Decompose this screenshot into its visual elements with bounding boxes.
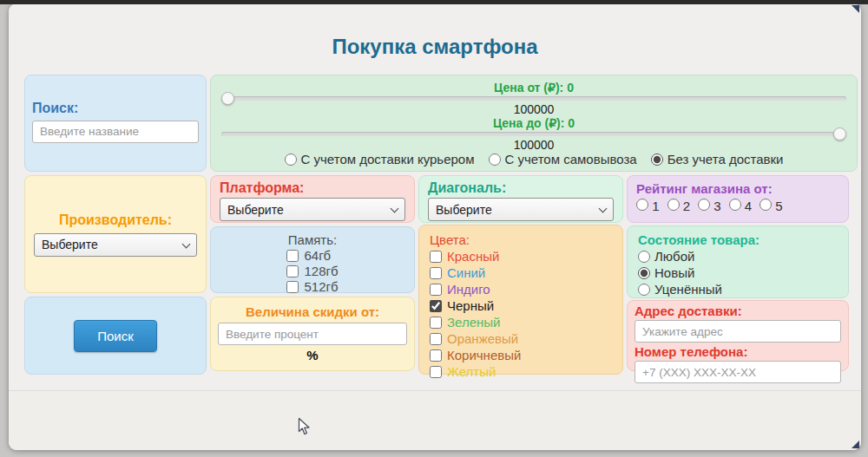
address-input[interactable] <box>635 320 841 343</box>
memory-option-512[interactable]: 512гб <box>286 279 338 294</box>
rating-option-4[interactable]: 4 <box>729 199 753 213</box>
condition-radio-any[interactable] <box>638 251 650 263</box>
discount-input[interactable] <box>218 323 407 345</box>
discount-label: Величина скидки от: <box>218 304 407 319</box>
delivery-options: С учетом доставки курьером С учетом само… <box>221 152 846 166</box>
rating-panel: Рейтинг магазина от: 1 2 3 4 5 <box>627 175 849 223</box>
delivery-option-label: С учетом доставки курьером <box>301 152 475 166</box>
memory-label: Память: <box>216 232 409 247</box>
condition-option-any[interactable]: Любой <box>638 249 838 264</box>
price-to-slider[interactable] <box>221 132 846 136</box>
delivery-option-courier[interactable]: С учетом доставки курьером <box>285 152 475 166</box>
top-bar <box>0 0 868 4</box>
memory-options: 64гб 128гб 512гб <box>286 247 338 294</box>
color-option-green[interactable]: Зеленый <box>430 315 612 330</box>
rating-radio-2[interactable] <box>667 199 680 211</box>
memory-option-label: 64гб <box>304 248 331 263</box>
color-option-label: Зеленый <box>447 315 500 330</box>
manufacturer-select[interactable]: Выберите <box>34 233 197 257</box>
price-from-label: Цена от (₽): 0 <box>221 81 846 95</box>
color-checkbox-orange[interactable] <box>430 333 442 345</box>
page-title: Покупка смартфона <box>9 35 861 59</box>
diagonal-panel: Диагональ: Выберите <box>418 175 623 223</box>
price-from-slider[interactable] <box>221 96 846 101</box>
color-checkbox-green[interactable] <box>430 317 442 329</box>
color-option-label: Индиго <box>447 282 490 297</box>
platform-label: Платформа: <box>220 180 405 196</box>
condition-option-label: Любой <box>654 249 694 264</box>
rating-option-5[interactable]: 5 <box>760 199 783 213</box>
phone-label: Номер телефона: <box>635 344 841 359</box>
search-button[interactable]: Поиск <box>74 320 157 352</box>
color-option-red[interactable]: Красный <box>430 249 612 264</box>
rating-option-label: 1 <box>652 199 659 213</box>
condition-options: Любой Новый Уценённый <box>638 249 838 297</box>
color-checkbox-indigo[interactable] <box>430 284 442 296</box>
color-option-label: Красный <box>447 249 499 264</box>
search-input[interactable] <box>32 121 199 143</box>
rating-label: Рейтинг магазина от: <box>636 181 839 196</box>
rating-options: 1 2 3 4 5 <box>636 199 839 213</box>
memory-checkbox-128[interactable] <box>286 265 299 277</box>
discount-panel: Величина скидки от: % <box>210 297 415 371</box>
condition-option-discounted[interactable]: Уценённый <box>638 282 838 297</box>
search-label: Поиск: <box>32 101 199 116</box>
memory-checkbox-64[interactable] <box>286 250 299 262</box>
color-option-label: Черный <box>447 298 494 313</box>
delivery-option-pickup[interactable]: С учетом самовывоза <box>489 152 637 166</box>
delivery-option-label: Без учета доставки <box>667 152 784 166</box>
platform-select[interactable]: Выберите <box>220 198 405 221</box>
condition-radio-discounted[interactable] <box>638 284 650 296</box>
rating-option-2[interactable]: 2 <box>667 199 691 213</box>
memory-option-label: 512гб <box>304 279 338 294</box>
delivery-option-none[interactable]: Без учета доставки <box>651 152 784 166</box>
color-option-label: Желтый <box>447 364 496 379</box>
color-option-indigo[interactable]: Индиго <box>430 282 612 297</box>
color-checkbox-blue[interactable] <box>430 267 442 279</box>
color-checkbox-black[interactable] <box>430 300 442 312</box>
address-label: Адрес доставки: <box>635 304 841 318</box>
condition-radio-new[interactable] <box>638 267 650 279</box>
memory-checkbox-512[interactable] <box>286 281 299 293</box>
colors-panel: Цвета: Красный Синий Индиго Черный Зелен… <box>418 225 623 375</box>
diagonal-select[interactable]: Выберите <box>428 198 614 221</box>
price-to-label: Цена до (₽): 0 <box>221 116 846 130</box>
color-option-brown[interactable]: Коричневый <box>430 348 612 362</box>
search-panel: Поиск: <box>24 75 207 172</box>
rating-radio-3[interactable] <box>698 199 710 211</box>
rating-option-label: 3 <box>713 199 720 213</box>
resize-handle-top-right-icon <box>852 5 859 13</box>
rating-option-1[interactable]: 1 <box>636 199 660 213</box>
footer-area <box>9 390 861 450</box>
color-option-yellow[interactable]: Желтый <box>430 364 612 379</box>
color-checkbox-red[interactable] <box>430 251 442 263</box>
address-panel: Адрес доставки: Номер телефона: <box>627 300 849 371</box>
condition-option-new[interactable]: Новый <box>638 265 838 280</box>
memory-option-64[interactable]: 64гб <box>286 248 338 263</box>
delivery-option-label: С учетом самовывоза <box>505 152 637 166</box>
mouse-cursor <box>298 417 311 436</box>
color-checkbox-brown[interactable] <box>430 349 442 362</box>
memory-option-128[interactable]: 128гб <box>286 264 338 278</box>
condition-label: Состояние товара: <box>638 232 838 247</box>
price-to-max-value: 100000 <box>221 138 846 152</box>
manufacturer-select-wrap: Выберите <box>34 233 197 257</box>
delivery-radio-courier[interactable] <box>285 153 297 166</box>
rating-radio-1[interactable] <box>636 199 648 211</box>
rating-option-label: 2 <box>683 199 690 213</box>
rating-option-3[interactable]: 3 <box>698 199 721 213</box>
browser-viewport: Покупка смартфона Поиск: Цена от (₽): 0 … <box>9 3 861 450</box>
manufacturer-panel: Производитель: Выберите <box>24 175 207 293</box>
delivery-radio-pickup[interactable] <box>489 153 501 166</box>
resize-handle-bottom-right-icon <box>852 441 859 448</box>
delivery-radio-none[interactable] <box>651 153 663 166</box>
platform-select-wrap: Выберите <box>220 198 405 221</box>
memory-option-label: 128гб <box>304 264 338 278</box>
rating-radio-5[interactable] <box>760 199 772 211</box>
phone-input[interactable] <box>635 361 841 383</box>
color-option-orange[interactable]: Оранжевый <box>430 331 612 346</box>
color-checkbox-yellow[interactable] <box>430 366 442 378</box>
color-option-black[interactable]: Черный <box>430 298 612 313</box>
rating-radio-4[interactable] <box>729 199 741 211</box>
color-option-blue[interactable]: Синий <box>430 265 612 280</box>
